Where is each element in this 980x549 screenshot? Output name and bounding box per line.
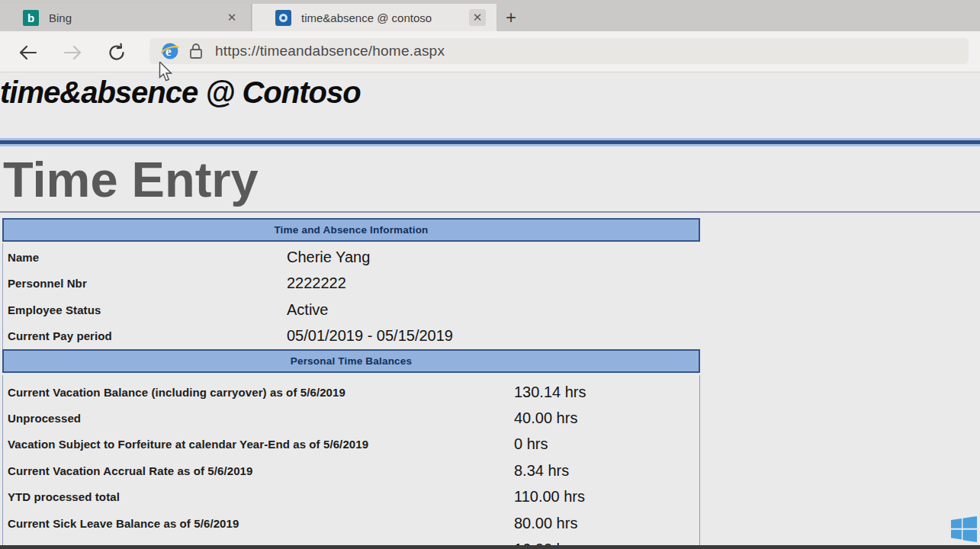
table-row: Vacation Subject to Forfeiture at calend… — [3, 432, 699, 458]
balances-section-header: Personal Time Balances — [2, 349, 700, 373]
balances-table: Current Vacation Balance (including carr… — [2, 375, 700, 549]
url-text[interactable]: https://timeandabsence/home.aspx — [215, 43, 445, 59]
table-row: Employee Status Active — [3, 297, 700, 323]
new-tab-button[interactable]: + — [500, 6, 522, 29]
tab-bar: b Bing ✕ time&absence @ contoso ✕ + — [0, 0, 980, 31]
lock-icon — [188, 42, 204, 60]
header-divider — [0, 138, 980, 146]
table-row: Unprocessed 40.00 hrs — [3, 405, 699, 431]
svg-text:e: e — [165, 44, 172, 59]
table-row: Current Vacation Balance (including carr… — [3, 379, 699, 405]
table-row: Name Cherie Yang — [3, 244, 700, 271]
page-title: Time Entry — [3, 151, 259, 208]
table-row: Personnel Nbr 2222222 — [3, 271, 700, 297]
browser-window: b Bing ✕ time&absence @ contoso ✕ + e ht — [0, 0, 980, 549]
table-row: Current Vacation Accrual Rate as of 5/6/… — [3, 458, 699, 483]
web-app-icon — [275, 10, 291, 26]
ie-icon: e — [160, 41, 180, 61]
info-section-header: Time and Absence Information — [2, 218, 700, 242]
screen-edge-strip — [0, 545, 980, 549]
table-row: YTD processed total 110.00 hrs — [3, 484, 699, 510]
back-arrow-icon[interactable] — [18, 43, 38, 63]
close-icon[interactable]: ✕ — [223, 9, 240, 26]
mouse-cursor — [157, 62, 174, 82]
site-title: time&absence @ Contoso — [0, 75, 361, 110]
table-row: Current Sick Leave Balance as of 5/6/201… — [3, 510, 699, 536]
table-row: Current Pay period 05/01/2019 - 05/15/20… — [3, 323, 700, 350]
refresh-icon[interactable] — [107, 43, 127, 63]
tab-title: Bing — [49, 11, 72, 24]
address-bar[interactable]: e https://timeandabsence/home.aspx — [149, 38, 969, 64]
heading-rule — [0, 211, 980, 213]
tab-bing[interactable]: b Bing ✕ — [0, 4, 252, 31]
windows-logo-icon[interactable] — [951, 516, 977, 542]
close-icon[interactable]: ✕ — [469, 9, 486, 26]
bing-icon: b — [23, 10, 39, 26]
forward-arrow-icon[interactable] — [63, 43, 82, 63]
info-table: Name Cherie Yang Personnel Nbr 2222222 E… — [2, 243, 700, 349]
tab-title: time&absence @ contoso — [301, 11, 432, 24]
tab-timeabsence[interactable]: time&absence @ contoso ✕ — [252, 4, 496, 31]
